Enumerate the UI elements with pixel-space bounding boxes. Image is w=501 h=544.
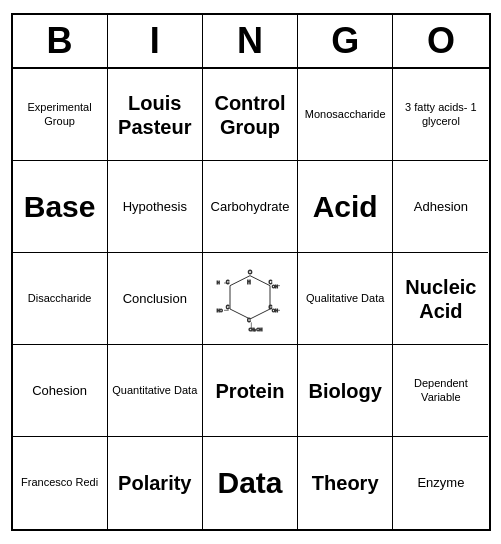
bingo-header: BINGO [13, 15, 489, 69]
bingo-cell: Enzyme [393, 437, 488, 529]
svg-text:H: H [217, 280, 220, 285]
bingo-cell: Carbohydrate [203, 161, 298, 253]
bingo-cell: Louis Pasteur [108, 69, 203, 161]
bingo-cell: Theory [298, 437, 393, 529]
svg-text:O: O [248, 269, 252, 275]
header-cell: G [298, 15, 393, 67]
bingo-cell: Polarity [108, 437, 203, 529]
header-cell: I [108, 15, 203, 67]
bingo-cell: Monosaccharide [298, 69, 393, 161]
header-cell: O [393, 15, 488, 67]
bingo-cell: Francesco Redi [13, 437, 108, 529]
svg-text:OH: OH [272, 283, 278, 288]
bingo-cell: O C OH C OH C CH₂OH C HO [203, 253, 298, 345]
molecule-image: O C OH C OH C CH₂OH C HO [210, 264, 290, 334]
bingo-cell: Biology [298, 345, 393, 437]
bingo-cell: 3 fatty acids- 1 glycerol [393, 69, 488, 161]
bingo-grid: Experimental GroupLouis PasteurControl G… [13, 69, 489, 529]
bingo-card: BINGO Experimental GroupLouis PasteurCon… [11, 13, 491, 531]
bingo-cell: Experimental Group [13, 69, 108, 161]
svg-text:OH: OH [272, 308, 278, 313]
bingo-cell: Qualitative Data [298, 253, 393, 345]
bingo-cell: Adhesion [393, 161, 488, 253]
bingo-cell: Quantitative Data [108, 345, 203, 437]
bingo-cell: Disaccharide [13, 253, 108, 345]
bingo-cell: Control Group [203, 69, 298, 161]
bingo-cell: Data [203, 437, 298, 529]
bingo-cell: Dependent Variable [393, 345, 488, 437]
header-cell: B [13, 15, 108, 67]
svg-text:H: H [247, 280, 250, 285]
bingo-cell: Conclusion [108, 253, 203, 345]
svg-text:HO: HO [217, 308, 223, 313]
header-cell: N [203, 15, 298, 67]
bingo-cell: Nucleic Acid [393, 253, 488, 345]
svg-text:C: C [226, 305, 230, 310]
bingo-cell: Protein [203, 345, 298, 437]
bingo-cell: Acid [298, 161, 393, 253]
bingo-cell: Hypothesis [108, 161, 203, 253]
svg-text:CH₂OH: CH₂OH [249, 327, 263, 332]
bingo-cell: Base [13, 161, 108, 253]
bingo-cell: Cohesion [13, 345, 108, 437]
